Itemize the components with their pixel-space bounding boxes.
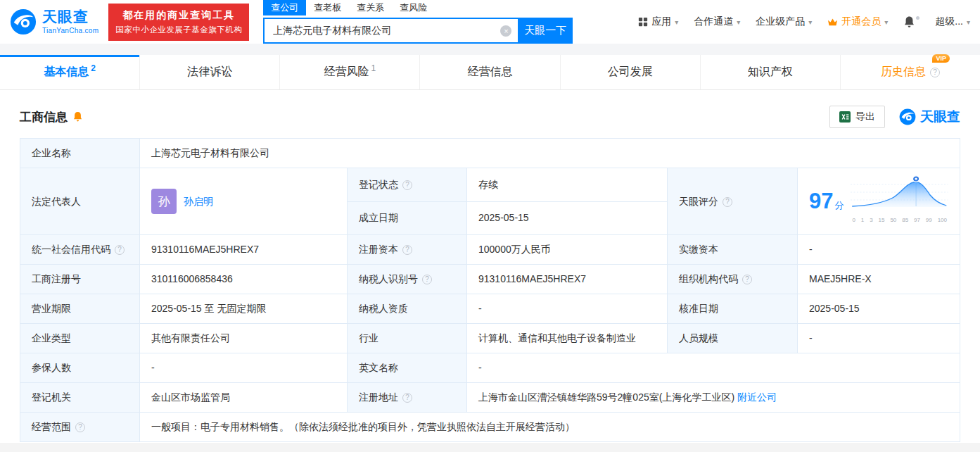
monitor-bell-icon[interactable]: [72, 111, 83, 123]
score-axis-tick: 15: [879, 213, 885, 227]
tianyancha-logo[interactable]: 天眼查 TianYanCha.com: [10, 8, 98, 35]
nav-super-vip-label: 超级...: [935, 15, 963, 28]
field-label: 经营范围?: [20, 413, 140, 442]
promo-banner: 都在用的商业查询工具 国家中小企业发展子基金旗下机构: [108, 4, 249, 41]
table-row: 统一社会信用代码? 91310116MAEJ5HREX7 注册资本? 10000…: [20, 235, 960, 265]
help-icon[interactable]: ?: [402, 180, 412, 190]
score-axis-tick: 85: [902, 213, 908, 227]
table-row: 经营范围? 一般项目：电子专用材料销售。（除依法须经批准的项目外，凭营业执照依法…: [20, 413, 960, 442]
table-row: 登记机关 金山区市场监管局 注册地址? 上海市金山区漕泾镇雄华路59号2幢025…: [20, 383, 960, 413]
chevron-down-icon: ▾: [967, 18, 970, 26]
score-axis-tick: 99: [926, 213, 932, 227]
field-label: 天眼评分?: [668, 168, 798, 235]
score-axis-tick: 97: [914, 213, 920, 227]
legal-rep-link[interactable]: 孙启明: [184, 194, 213, 209]
taxpayer-id-value: 91310116MAEJ5HREX7: [467, 265, 668, 294]
legal-rep-avatar[interactable]: 孙: [151, 189, 177, 214]
english-name-value: -: [467, 353, 960, 383]
section-title: 工商信息: [20, 109, 68, 125]
field-label: 行业: [348, 324, 467, 353]
field-label: 纳税人识别号?: [348, 265, 467, 294]
tab-count-badge: 2: [91, 63, 96, 73]
field-label: 英文名称: [348, 353, 467, 383]
eye-logo-icon: [10, 8, 37, 35]
section-head: 工商信息 导出: [20, 106, 960, 128]
nav-cooperation[interactable]: 合作通道 ▾: [694, 15, 740, 28]
chevron-down-icon: ▾: [808, 18, 812, 26]
score-axis-tick: 0: [852, 213, 855, 227]
tab-business-info[interactable]: 经营信息: [420, 55, 560, 89]
help-icon[interactable]: ?: [402, 393, 412, 403]
field-label: 人员规模: [668, 324, 798, 353]
search-tab-risk[interactable]: 查风险: [392, 0, 435, 15]
search-tab-company[interactable]: 查公司: [263, 0, 306, 15]
tab-history-info[interactable]: 历史信息 ? VIP: [841, 55, 980, 89]
search-button[interactable]: 天眼一下: [518, 18, 573, 44]
tab-label: 经营信息: [467, 65, 512, 80]
field-label: 统一社会信用代码?: [20, 235, 140, 265]
field-label: 纳税人资质: [348, 294, 467, 324]
nav-notifications[interactable]: [903, 15, 919, 28]
nav-enterprise-label: 企业级产品: [756, 15, 805, 28]
apps-grid-icon: [638, 17, 648, 27]
tab-business-risk[interactable]: 经营风险 1: [280, 55, 420, 89]
export-button[interactable]: 导出: [829, 106, 885, 128]
tab-legal-proceedings[interactable]: 法律诉讼: [140, 55, 280, 89]
nav-super-vip[interactable]: 超级... ▾: [935, 15, 970, 28]
taxpayer-quality-value: -: [467, 294, 668, 324]
nav-apps[interactable]: 应用 ▾: [638, 15, 678, 28]
tab-company-development[interactable]: 公司发展: [561, 55, 701, 89]
top-header: 天眼查 TianYanCha.com 都在用的商业查询工具 国家中小企业发展子基…: [0, 0, 980, 44]
header-nav: 应用 ▾ 合作通道 ▾ 企业级产品 ▾ 开通会员 ▾ 超级... ▾: [638, 15, 970, 28]
clear-search-icon[interactable]: ×: [500, 25, 511, 37]
help-icon[interactable]: ?: [723, 197, 732, 207]
chevron-down-icon: ▾: [737, 18, 740, 26]
main-content: 工商信息 导出: [0, 106, 980, 442]
nav-enterprise[interactable]: 企业级产品 ▾: [756, 15, 812, 28]
help-icon[interactable]: ?: [402, 245, 412, 255]
field-label: 成立日期: [348, 201, 467, 235]
reg-address-cell: 上海市金山区漕泾镇雄华路59号2幢025室(上海化学工业区) 附近公司: [467, 383, 960, 413]
help-icon[interactable]: ?: [75, 422, 85, 432]
notification-dot: [916, 16, 919, 20]
tab-intellectual-property[interactable]: 知识产权: [701, 55, 841, 89]
nav-cooperation-label: 合作通道: [694, 15, 733, 28]
reg-capital-value: 100000万人民币: [467, 235, 668, 265]
reg-number-value: 310116006858436: [140, 265, 348, 294]
logo-name: 天眼查: [42, 9, 98, 25]
search-tab-relation[interactable]: 查关系: [349, 0, 392, 15]
promo-line-1: 都在用的商业查询工具: [115, 9, 242, 22]
field-label: 实缴资本: [668, 235, 798, 265]
nav-open-vip[interactable]: 开通会员 ▾: [827, 15, 888, 28]
help-icon[interactable]: ?: [742, 275, 752, 284]
nav-apps-label: 应用: [651, 15, 671, 28]
search-tab-boss[interactable]: 查老板: [306, 0, 349, 15]
search-tabs: 查公司 查老板 查关系 查风险: [263, 0, 573, 15]
help-icon[interactable]: ?: [930, 68, 940, 77]
tianyan-score-cell: 97分: [798, 168, 960, 235]
business-term-value: 2025-05-15 至 无固定期限: [140, 294, 348, 324]
tab-basic-info[interactable]: 基本信息 2: [0, 55, 140, 89]
field-label: 核准日期: [668, 294, 798, 324]
paid-capital-value: -: [798, 235, 960, 265]
help-icon[interactable]: ?: [422, 275, 432, 284]
insured-count-value: -: [140, 353, 348, 383]
reg-authority-value: 金山区市场监管局: [140, 383, 348, 413]
field-label: 企业类型: [20, 324, 140, 353]
table-row: 法定代表人 孙 孙启明 登记状态? 存续 天眼评分?: [20, 168, 960, 202]
help-icon[interactable]: ?: [115, 245, 125, 255]
field-label: 营业期限: [20, 294, 140, 324]
score-axis-tick: 3: [870, 213, 872, 227]
industry-value: 计算机、通信和其他电子设备制造业: [467, 324, 668, 353]
nearby-companies-link[interactable]: 附近公司: [737, 391, 777, 403]
search-input[interactable]: [263, 18, 518, 44]
chevron-down-icon: ▾: [675, 18, 678, 26]
score-axis-tick: 100: [938, 213, 947, 227]
field-label: 工商注册号: [20, 265, 140, 294]
field-label: 登记机关: [20, 383, 140, 413]
table-row: 参保人数 - 英文名称 -: [20, 353, 960, 383]
credit-code-value: 91310116MAEJ5HREX7: [140, 235, 348, 265]
tab-label: 历史信息: [881, 65, 926, 80]
table-row: 营业期限 2025-05-15 至 无固定期限 纳税人资质 - 核准日期 202…: [20, 294, 960, 324]
crown-icon: [827, 18, 838, 27]
